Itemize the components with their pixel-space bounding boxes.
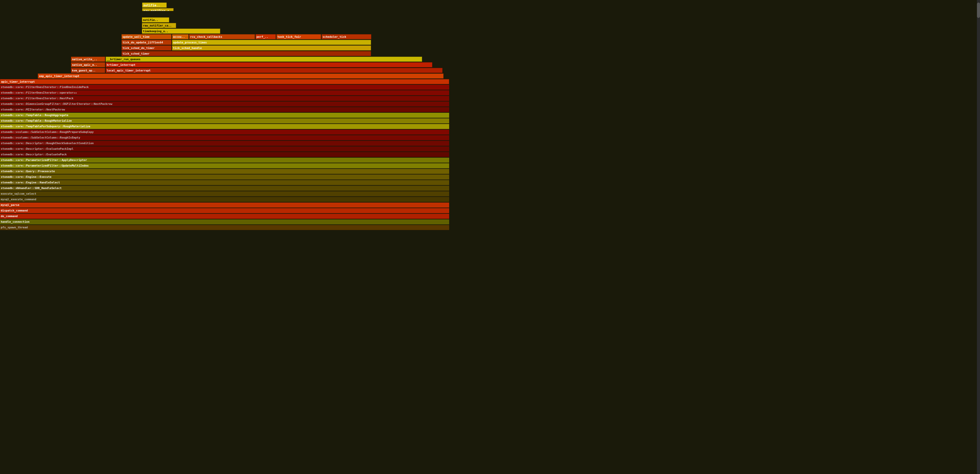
block-dgfilter-nextpackrow[interactable]: stonedb::core::DimensionGroupFilter::DGF… <box>0 102 449 107</box>
block-dbhandler-sdbhandleselect[interactable]: stonedb::dbhandler::SDB_HandleSelect <box>0 186 449 191</box>
block-filterones-find[interactable]: stonedb::core::FilterOnesIterator::FindO… <box>0 85 449 90</box>
block-engine-handleselect[interactable]: stonedb::core::Engine::HandleSelect <box>0 180 449 185</box>
block-dispatch-command[interactable]: dispatch_command <box>0 208 449 213</box>
block-tick-do-update[interactable]: tick_do_update_jiffies64 <box>121 40 172 45</box>
block-miiterator-nextpackrow[interactable]: stonedb::core::MIIterator::NextPackrow <box>0 107 449 112</box>
block-task-tick-fair[interactable]: task_tick_fair <box>277 34 321 39</box>
block-scheduler-tick[interactable]: scheduler_tick <box>321 34 371 39</box>
block-do-command[interactable]: do_command <box>0 214 449 219</box>
block-temptablesubquery-roughmat[interactable]: stonedb::core::TempTableForSubquery::Rou… <box>0 124 449 129</box>
flame-graph: notifie.. raw_notifier_ca.. <box>0 0 980 11</box>
block-apic-timer-interrupt[interactable]: apic_timer_interrupt <box>0 79 449 84</box>
block-notifie[interactable]: notifie.. <box>142 17 169 22</box>
block-mysql-parse[interactable]: mysql_parse <box>0 202 449 208</box>
block-rcu-check[interactable]: rcu_check_callbacks <box>189 34 255 39</box>
block-filterones-nextpack[interactable]: stonedb::core::FilterOnesIterator::NextP… <box>0 96 449 101</box>
block-tick-sched-handle[interactable]: tick_sched_handle <box>172 45 371 51</box>
block-local-apic-timer[interactable]: local_apic_timer_interrupt <box>106 68 442 73</box>
block-query-preexecute[interactable]: stonedb::core::Query::Preexecute <box>0 169 449 174</box>
block-descriptor-evalpackimpl[interactable]: stonedb::core::Descriptor::EvaluatePackI… <box>0 146 449 151</box>
block-descriptor-roughcheck[interactable]: stonedb::core::Descriptor::RoughCheckSub… <box>0 141 449 146</box>
block-kvm-guest-ap[interactable]: kvm_guest_ap.. <box>71 68 105 73</box>
block-mysql-execute-command[interactable]: mysql_execute_command <box>0 197 449 202</box>
block-filterones-op[interactable]: stonedb::core::FilterOnesIterator::opera… <box>0 90 449 95</box>
scrollbar[interactable] <box>977 0 980 474</box>
block-hrtimer-interrupt[interactable]: hrtimer_interrupt <box>106 62 432 67</box>
block-perf[interactable]: perf_.. <box>256 34 276 39</box>
block-paramfilter-applydesc[interactable]: stonedb::core::ParameterizedFilter::Appl… <box>0 157 449 163</box>
block-engine-execute[interactable]: stonedb::core::Engine::Execute <box>0 175 449 180</box>
block-handle-connection[interactable]: handle_connection <box>0 220 449 224</box>
block-raw-notifier[interactable]: raw_notifier_ca.. <box>142 23 176 28</box>
block-update-process-times[interactable]: update_process_times <box>172 40 371 45</box>
block-timekeeping[interactable]: timekeeping_u.. <box>142 29 220 34</box>
block-tick-sched-do-timer[interactable]: tick_sched_do_timer <box>121 45 172 51</box>
block-native-apic-m[interactable]: native_apic_m.. <box>71 62 105 67</box>
block-pfs-spawn-thread[interactable]: pfs_spawn_thread <box>0 225 449 230</box>
block-hrtimer-run-queues[interactable]: __hrtimer_run_queues <box>106 57 422 62</box>
block-subselectcol-roughisempty[interactable]: stonedb::vcolumn::SubSelectColumn::Rough… <box>0 135 449 140</box>
block-update-wall-time[interactable]: update_wall_time <box>121 34 172 39</box>
block-smp-apic-timer[interactable]: smp_apic_timer_interrupt <box>38 73 444 79</box>
block-native-write[interactable]: native_write_.. <box>71 57 105 62</box>
block-accou[interactable]: accou.. <box>172 34 189 39</box>
block-temptable-roughmat[interactable]: stonedb::core::TempTable::RoughMateriali… <box>0 118 449 124</box>
block-descriptor-evalpack[interactable]: stonedb::core::Descriptor::EvaluatePack <box>0 152 449 157</box>
block-execute-sqlcom-select[interactable]: execute_sqlcom_select <box>0 191 449 196</box>
block-temptable-roughagg[interactable]: stonedb::core::TempTable::RoughAggregate <box>0 113 449 118</box>
block-notifie[interactable]: notifie.. <box>142 3 167 8</box>
block-subselectcol-roughprep[interactable]: stonedb::vcolumn::SubSelectColumn::Rough… <box>0 130 449 135</box>
flame-row-1: notifie.. raw_notifier_ca.. <box>0 3 980 8</box>
block-paramfilter-updatemulti[interactable]: stonedb::core::ParameterizedFilter::Upda… <box>0 163 449 169</box>
block-tick-sched-timer[interactable]: tick_sched_timer <box>121 51 371 56</box>
